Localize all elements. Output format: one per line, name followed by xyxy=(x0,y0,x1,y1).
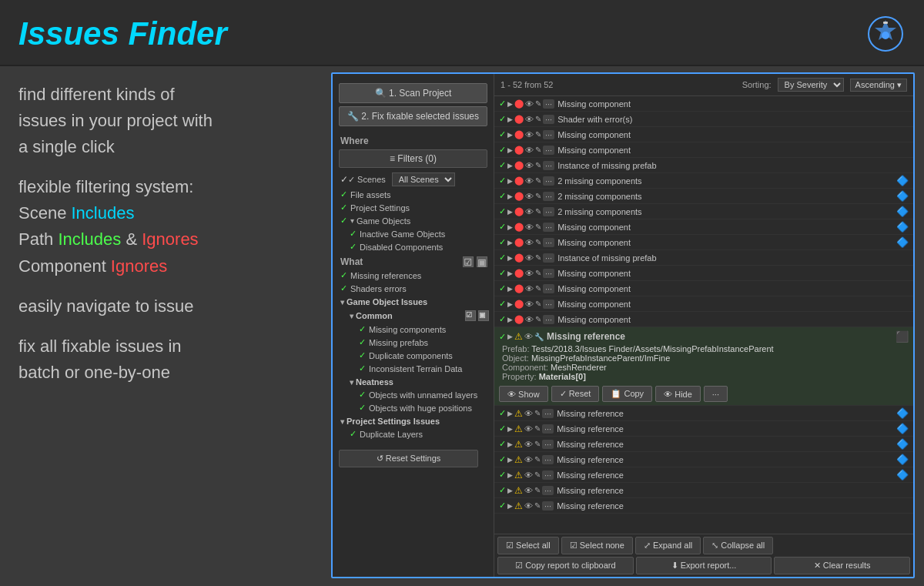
row-arrow-icon[interactable]: ▶ xyxy=(507,270,513,277)
table-row[interactable]: ✓▶⬤👁✎···Instance of missing prefab xyxy=(494,250,913,266)
select-none-button[interactable]: ☑ Select none xyxy=(561,537,633,554)
wrench-icon[interactable]: ✎ xyxy=(535,269,541,277)
wrench-icon[interactable]: ✎ xyxy=(535,253,541,262)
expanded-arrow-icon[interactable]: ▶ xyxy=(507,333,513,340)
row-arrow-icon[interactable]: ▶ xyxy=(507,100,513,108)
dots-icon[interactable]: ··· xyxy=(543,223,554,232)
scenes-dropdown[interactable]: All Scenes xyxy=(392,172,455,186)
reset-settings-button[interactable]: ↺ Reset Settings xyxy=(339,450,478,467)
eye-icon[interactable]: 👁 xyxy=(525,300,534,309)
what-icon-2[interactable]: ▣ xyxy=(477,256,487,267)
row-arrow-icon[interactable]: ▶ xyxy=(507,440,513,448)
row-arrow-icon[interactable]: ▶ xyxy=(507,254,513,262)
neatness-arrow[interactable]: ▾ xyxy=(350,378,353,387)
select-all-button[interactable]: ☑ Select all xyxy=(497,537,559,554)
dots-icon[interactable]: ··· xyxy=(543,238,554,247)
table-row[interactable]: ✓▶⚠👁✎···Missing reference🔷 xyxy=(494,437,913,452)
dots-icon[interactable]: ··· xyxy=(543,253,554,263)
eye-icon[interactable]: 👁 xyxy=(525,207,534,216)
dots-icon[interactable]: ··· xyxy=(543,161,554,170)
export-report-button[interactable]: ⬇ Export report... xyxy=(636,557,772,574)
eye-icon[interactable]: 👁 xyxy=(525,223,534,232)
show-button[interactable]: 👁 Show xyxy=(499,386,548,402)
row-arrow-icon[interactable]: ▶ xyxy=(507,316,513,323)
hide-button[interactable]: 👁 Hide xyxy=(655,386,701,402)
dots-icon[interactable]: ··· xyxy=(543,269,554,278)
table-row[interactable]: ✓▶⚠👁✎···Missing reference xyxy=(494,498,913,514)
clear-results-button[interactable]: ✕ Clear results xyxy=(774,557,910,574)
wrench-icon[interactable]: ✎ xyxy=(535,284,541,293)
expand-all-button[interactable]: ⤢ Expand all xyxy=(635,537,701,554)
row-arrow-icon[interactable]: ▶ xyxy=(507,502,513,510)
wrench-icon[interactable]: ✎ xyxy=(535,192,541,200)
table-row[interactable]: ✓▶⬤👁✎···Missing component xyxy=(494,266,913,281)
table-row[interactable]: ✓▶⚠👁✎···Missing reference🔷 xyxy=(494,467,913,483)
wrench-icon[interactable]: ✎ xyxy=(535,238,541,246)
row-arrow-icon[interactable]: ▶ xyxy=(507,116,513,123)
eye-icon[interactable]: 👁 xyxy=(524,440,533,449)
copy-button[interactable]: 📋 Copy xyxy=(602,386,652,402)
wrench-icon[interactable]: ✎ xyxy=(535,300,541,308)
table-row[interactable]: ✓▶⬤👁✎···Instance of missing prefab xyxy=(494,158,913,173)
table-row[interactable]: ✓▶⬤👁✎···Missing component xyxy=(494,281,913,296)
eye-icon[interactable]: 👁 xyxy=(525,176,534,186)
wrench-icon[interactable]: ✎ xyxy=(534,501,541,510)
what-icon-1[interactable]: ☑ xyxy=(463,256,474,267)
row-arrow-icon[interactable]: ▶ xyxy=(507,223,513,231)
row-arrow-icon[interactable]: ▶ xyxy=(507,300,513,308)
eye-icon[interactable]: 👁 xyxy=(525,146,534,155)
eye-icon[interactable]: 👁 xyxy=(524,455,533,464)
dots-icon[interactable]: ··· xyxy=(543,130,554,139)
dots-icon[interactable]: ··· xyxy=(543,315,554,324)
filters-button[interactable]: ≡ Filters (0) xyxy=(339,149,487,168)
row-arrow-icon[interactable]: ▶ xyxy=(507,162,513,169)
expanded-eye-icon[interactable]: 👁 xyxy=(524,332,533,341)
dots-icon[interactable]: ··· xyxy=(543,284,554,293)
table-row[interactable]: ✓▶⚠👁✎···Missing reference xyxy=(494,483,913,498)
eye-icon[interactable]: 👁 xyxy=(525,192,534,201)
eye-icon[interactable]: 👁 xyxy=(524,424,533,434)
dots-icon[interactable]: ··· xyxy=(543,146,554,155)
common-icon-1[interactable]: ☑ xyxy=(465,310,476,321)
game-object-issues-arrow[interactable]: ▾ xyxy=(340,298,344,306)
row-arrow-icon[interactable]: ▶ xyxy=(507,131,513,139)
project-settings-issues-arrow[interactable]: ▾ xyxy=(340,417,344,426)
dots-icon[interactable]: ··· xyxy=(542,470,554,480)
wrench-icon[interactable]: ✎ xyxy=(535,130,541,139)
eye-icon[interactable]: 👁 xyxy=(525,115,534,124)
row-arrow-icon[interactable]: ▶ xyxy=(507,456,513,464)
dots-icon[interactable]: ··· xyxy=(542,409,554,418)
table-row[interactable]: ✓▶⬤👁✎···Missing component xyxy=(494,312,913,327)
dots-icon[interactable]: ··· xyxy=(543,207,554,216)
table-row[interactable]: ✓▶⬤👁✎···Missing component🔷 xyxy=(494,219,913,235)
row-arrow-icon[interactable]: ▶ xyxy=(507,471,513,479)
dots-icon[interactable]: ··· xyxy=(542,486,554,495)
row-arrow-icon[interactable]: ▶ xyxy=(507,285,513,293)
eye-icon[interactable]: 👁 xyxy=(525,315,534,324)
expanded-wrench-icon[interactable]: 🔧 xyxy=(534,333,544,341)
eye-icon[interactable]: 👁 xyxy=(525,161,534,170)
row-arrow-icon[interactable]: ▶ xyxy=(507,193,513,200)
row-arrow-icon[interactable]: ▶ xyxy=(507,177,513,185)
wrench-icon[interactable]: ✎ xyxy=(534,409,541,417)
table-row[interactable]: ✓▶⬤👁✎···Missing component xyxy=(494,296,913,312)
table-row[interactable]: ✓▶⬤👁✎···Missing component🔷 xyxy=(494,235,913,250)
eye-icon[interactable]: 👁 xyxy=(525,238,534,247)
wrench-icon[interactable]: ✎ xyxy=(534,440,541,448)
table-row[interactable]: ✓▶⚠👁✎···Missing reference🔷 xyxy=(494,452,913,467)
wrench-icon[interactable]: ✎ xyxy=(535,115,541,123)
wrench-icon[interactable]: ✎ xyxy=(535,223,541,231)
row-arrow-icon[interactable]: ▶ xyxy=(507,239,513,246)
fix-issues-button[interactable]: 🔧 2. Fix fixable selected issues xyxy=(339,106,487,126)
dots-icon[interactable]: ··· xyxy=(543,192,554,201)
eye-icon[interactable]: 👁 xyxy=(525,130,534,139)
dots-icon[interactable]: ··· xyxy=(543,300,554,309)
table-row[interactable]: ✓▶⚠👁✎···Missing reference🔷 xyxy=(494,406,913,421)
row-arrow-icon[interactable]: ▶ xyxy=(507,208,513,216)
eye-icon[interactable]: 👁 xyxy=(524,470,533,480)
wrench-icon[interactable]: ✎ xyxy=(535,207,541,216)
collapse-all-button[interactable]: ⤡ Collapse all xyxy=(703,537,773,554)
copy-report-button[interactable]: ☑ Copy report to clipboard xyxy=(497,557,634,574)
wrench-icon[interactable]: ✎ xyxy=(535,99,541,108)
wrench-icon[interactable]: ✎ xyxy=(534,424,541,433)
